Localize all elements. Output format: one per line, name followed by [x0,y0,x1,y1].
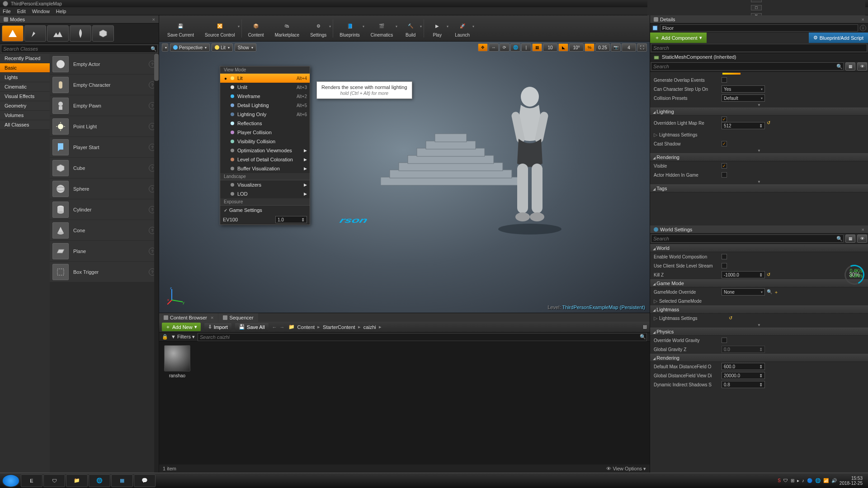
tray-icon[interactable]: 🛡 [783,478,788,483]
dd-item-visibility-collision[interactable]: Visibility Collision [220,137,310,146]
toolbar-build[interactable]: 🔨Build▾ [398,18,423,38]
prop-label[interactable]: Lightmass Settings [659,132,727,137]
actor-row[interactable]: Box Trigger? [50,262,159,282]
checkbox[interactable] [722,77,727,83]
camera-speed-value[interactable]: 4 [622,43,636,52]
prop-label[interactable]: Selected GameMode [659,299,727,304]
number-input[interactable]: 20000.0⇕ [722,372,765,379]
taskbar-app-2[interactable]: 🛡 [43,474,65,487]
toolbar-settings[interactable]: ⚙Settings▾ [305,18,332,38]
checkbox[interactable] [722,163,727,169]
viewport-options-button[interactable] [162,43,168,52]
place-mode-button[interactable] [2,25,24,42]
asset-grid[interactable]: ranshao [159,342,650,465]
prop-section[interactable]: Rendering [650,153,868,161]
tab-content-browser[interactable]: Content Browser× [159,313,218,322]
asset-item[interactable]: ranshao [163,345,192,378]
scale-snap-value[interactable]: 0.25 [595,43,610,52]
import-button[interactable]: ⇩ Import [204,323,231,331]
checkbox[interactable] [722,254,727,259]
taskbar-app-1[interactable]: E [21,474,42,487]
dd-item-buffer-visualization[interactable]: Buffer Visualization▶ [220,164,310,173]
minimize-button[interactable]: ─ [751,0,762,2]
property-eye-button[interactable]: 👁 [857,235,867,243]
menu-file[interactable]: File [3,9,11,14]
prop-section[interactable]: Rendering [650,354,868,362]
tab-close-icon[interactable]: × [211,315,213,320]
prop-section[interactable]: Physics [650,328,868,336]
dd-item-player-collision[interactable]: Player Collision [220,128,310,137]
perspective-button[interactable]: Perspective [170,43,210,52]
actor-row[interactable]: Empty Actor? [50,54,159,75]
angle-snap-button[interactable]: ◣ [558,43,568,52]
dd-item-wireframe[interactable]: WireframeAlt+2 [220,92,310,101]
actor-row[interactable]: Point Light? [50,116,159,137]
cat-lights[interactable]: Lights [0,73,50,82]
filters-button[interactable]: ▼ Filters ▾ [171,334,195,340]
checkbox[interactable] [722,141,727,146]
transform-select-button[interactable]: ✥ [478,43,488,52]
cat-volumes[interactable]: Volumes [0,111,50,120]
toolbar-content[interactable]: 📦Content [243,18,269,38]
menu-edit[interactable]: Edit [17,9,26,14]
cat-cinematic[interactable]: Cinematic [0,82,50,92]
grid-snap-value[interactable]: 10 [543,43,557,52]
checkbox[interactable] [722,263,727,268]
crumb-content[interactable]: Content [297,324,315,330]
crumb-startercontent[interactable]: StarterContent [323,324,355,330]
add-new-button[interactable]: ＋ Add New ▾ [162,323,201,331]
tab-sequencer[interactable]: Sequencer [218,313,258,322]
tray-icon[interactable]: 🔵 [807,478,812,483]
menu-window[interactable]: Window [32,9,50,14]
number-input[interactable]: -1000.0⇕ [722,271,765,278]
actor-row[interactable]: Cone? [50,220,159,241]
show-button[interactable]: Show [235,43,256,52]
new-icon[interactable]: ＋ [774,289,779,295]
checkbox[interactable] [722,172,727,178]
cat-visual-effects[interactable]: Visual Effects [0,92,50,101]
cat-recently-placed[interactable]: Recently Placed [0,54,50,63]
actor-row[interactable]: Sphere? [50,178,159,199]
dd-item-lit[interactable]: ●LitAlt+4 [220,74,310,83]
dd-game-settings[interactable]: ✓Game Settings [220,206,310,215]
cat-all-classes[interactable]: All Classes [0,120,50,130]
toolbar-launch[interactable]: 🚀Launch▾ [449,18,475,38]
ev100-input[interactable]: 1.0⇕ [275,216,307,223]
crumb-caizhi[interactable]: caizhi [363,324,376,330]
tab-close-icon[interactable]: × [152,17,155,22]
prop-section[interactable]: Tags [650,184,868,192]
toolbar-source-control[interactable]: 🔀Source Control▾ [199,18,241,38]
lock-icon[interactable]: 🔒 [162,334,168,340]
dropdown[interactable]: Default [722,94,765,102]
world-search-input[interactable]: 🔍 [651,235,844,243]
prop-section[interactable]: Game Mode [650,279,868,287]
reset-icon[interactable]: ↺ [767,120,772,126]
scale-snap-button[interactable]: % [585,43,594,52]
actor-row[interactable]: Plane? [50,241,159,262]
prop-label[interactable]: Lightmass Settings [659,316,727,321]
view-options-button[interactable]: 👁View Options ▾ [606,466,646,472]
details-search-input[interactable]: 🔍 [651,62,844,70]
actor-scrollbar[interactable] [154,54,159,473]
reset-icon[interactable]: ↺ [767,272,772,277]
geometry-mode-button[interactable] [92,25,114,42]
nav-forward-button[interactable]: → [280,324,285,330]
dd-item-optimization-viewmodes[interactable]: Optimization Viewmodes▶ [220,146,310,155]
actor-row[interactable]: Cube? [50,158,159,178]
toolbar-play[interactable]: ▶Play▾ [425,18,449,38]
component-tree-item[interactable]: StaticMeshComponent (Inherited) [650,53,868,61]
start-button[interactable] [2,474,20,488]
transform-move-button[interactable]: ↔ [489,43,499,52]
grid-snap-button[interactable]: ▦ [532,43,542,52]
tray-icon[interactable]: ♪ [802,478,804,483]
tray-icon[interactable]: 🌐 [815,478,821,483]
cat-basic[interactable]: Basic [0,63,50,73]
tray-icon[interactable]: ▸ [797,478,799,483]
toolbar-save-current[interactable]: 💾Save Current [162,18,199,38]
world-settings-tab[interactable]: World Settings× [650,225,868,234]
checkbox[interactable] [722,338,727,343]
dropdown[interactable]: None [722,288,765,296]
actor-row[interactable]: Cylinder? [50,199,159,220]
property-eye-button[interactable]: 👁 [857,62,867,70]
number-input[interactable]: 600.0⇕ [722,363,765,370]
